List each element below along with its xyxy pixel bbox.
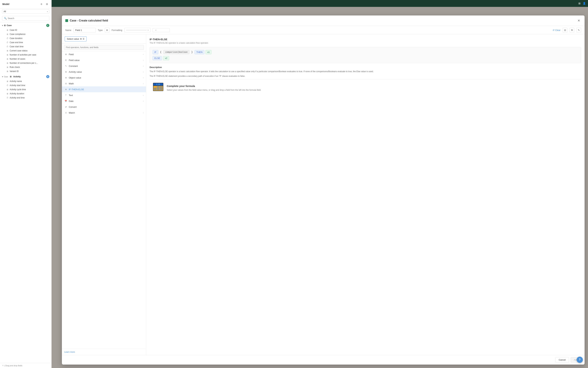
settings-icon[interactable]: ⚙ [45,2,49,6]
preview-subtitle: The IF-THEN-ELSE operator is a basic cal… [150,42,581,44]
operator-object-value[interactable]: ⊞ Object value › [62,75,146,81]
model-panel: Model ✛ ⚙ All ▾ 🔍 ▾ ⊞ [0,0,52,368]
type-label: Type [98,29,103,31]
clock-icon: ⏱ [6,45,9,48]
description-section: Description The IF-THEN-ELSE operator is… [150,66,581,78]
description-text-1: The IF-THEN-ELSE operator is a basic cal… [150,70,581,73]
calculator-icon: 0:00 [153,83,163,93]
type-icon-button[interactable]: ⊞ [105,28,110,32]
text-icon: T [64,94,67,97]
operator-text[interactable]: T Text › [62,92,146,98]
operator-panel: Select value ⊞ ☰ ⊞ Field [62,34,146,355]
formula-input-area: Select value ⊞ ☰ [62,34,146,44]
search-input[interactable] [8,17,47,19]
field-name-input[interactable] [73,28,96,32]
monitor-icon[interactable]: ⊞ [578,2,581,5]
operator-field[interactable]: ⊞ Field › [62,51,146,57]
tree-item-case-start-time[interactable]: ⏱ Case start time [0,45,51,49]
formatting-select-2[interactable]: ▾ [152,28,170,32]
tree-item-num-activities[interactable]: ⊞ Number of activities per case [0,53,51,57]
field-icon: ⊞ [80,38,82,40]
modal-header: Case - Create calculated field ✕ [62,16,585,26]
expand-icon-btn[interactable]: ⧉ [569,28,574,32]
field-icon: ⊞ [6,92,9,95]
tree-item-activity-end-time[interactable]: ⏱ Activity end time [0,96,51,100]
user-icon[interactable]: 👤 [582,2,586,5]
case-group-label: Case [7,24,45,27]
tree-item-activity-start-time[interactable]: ⏱ Activity start time [0,83,51,87]
token-open-paren: ( [159,50,162,54]
operator-if-then-else[interactable]: ⊕ IF-THEN-ELSE [62,86,146,92]
preview-panel: IF-THEN-ELSE The IF-THEN-ELSE operator i… [146,34,585,355]
formula-view-toggle[interactable]: ⊟ [563,28,567,32]
tree-item-case-duration[interactable]: ⏱ Case duration [0,36,51,40]
model-tree: ▾ ⊞ Case C ⊞ Case ID ⊞ Case compliance ⏱… [0,22,51,363]
operator-field-value[interactable]: ☰ Field value › [62,57,146,63]
cancel-button[interactable]: Cancel [555,357,569,362]
description-title: Description [150,66,581,69]
preview-title: IF-THEN-ELSE [150,38,581,41]
tree-item-num-cases[interactable]: ⊞ Number of cases [0,57,51,61]
add-icon[interactable]: ✛ [39,2,44,6]
activity-group: ▾ Case ⊞ Activity A ⊞ Activity name ⏱ Ac… [0,74,51,100]
date-icon: 📅 [64,100,67,102]
tree-item-activity-name[interactable]: ⊞ Activity name [0,79,51,83]
field-icon: ⊞ [6,88,9,91]
arrow-icon: › [143,83,143,84]
complete-formula-description: Select your values from the field-value … [167,89,261,92]
clock-icon: ⏱ [6,84,9,87]
main-content: Case - Create calculated field ✕ Name Ty… [7,7,588,368]
tree-item-case-id[interactable]: ⊞ Case ID [0,28,51,32]
description-text-2: The IF-THEN-ELSE statement provides a se… [150,74,581,78]
learn-more-link[interactable]: Learn more [64,351,75,353]
filter-select[interactable]: All ▾ [2,9,49,14]
tree-item-num-connections[interactable]: ⊞ Number of connections per c... [0,61,51,65]
branch-icon: ⊕ [64,88,67,91]
operator-match[interactable]: ⊙ Match › [62,110,146,116]
activity-group-header[interactable]: ▾ Case ⊞ Activity A [0,74,51,79]
tree-item-case-compliance[interactable]: ⊞ Case compliance [0,32,51,36]
tree-item-rule-check[interactable]: ⊞ Rule check [0,65,51,69]
activity-group-label: Activity [13,75,45,78]
arrow-icon: › [143,77,143,79]
clock-icon: ⏱ [6,41,9,44]
search-operators [62,44,146,51]
expand-icon: ▾ [2,76,3,78]
operator-constant[interactable]: ✎ Constant › [62,63,146,69]
clock-icon: ⏱ [6,97,9,99]
formatting-select[interactable]: ────────────── ▾ [124,28,151,32]
operator-convert[interactable]: ⇄ Convert [62,104,146,110]
tree-item-current-case-status[interactable]: ⊞ Current case status [0,49,51,53]
field-icon: ⊞ [6,54,9,56]
grid-icon: ⊞ [64,53,67,56]
operator-activity-value[interactable]: ⊞ Activity value › [62,69,146,75]
formula-tokens-else: ELSE v2 [152,56,578,60]
tree-item-variant-id[interactable]: ⊞ Variant ID [0,69,51,73]
modal-dialog: Case - Create calculated field ✕ Name Ty… [62,16,585,365]
list-icon: ☰ [83,38,85,40]
field-icon: ⊞ [6,58,9,60]
token-comparison: comparison|boolean [163,50,190,54]
arrow-icon: › [143,100,143,102]
modal-close-button[interactable]: ✕ [576,18,581,23]
arrow-icon: › [143,71,143,73]
filter-row: All ▾ [0,9,51,15]
tree-item-activity-cycle-time[interactable]: ⊞ Activity cycle time [0,87,51,92]
tree-item-activity-duration[interactable]: ⊞ Activity duration [0,92,51,96]
operator-math[interactable]: ⊟ Math › [62,81,146,86]
help-button[interactable]: ? [577,357,583,363]
tree-item-case-end-time[interactable]: ⏱ Case end time [0,40,51,45]
operator-search-input[interactable] [64,45,144,50]
operator-date[interactable]: 📅 Date › [62,98,146,104]
clear-button[interactable]: ↺ Clear [553,29,560,31]
token-else: ELSE [152,56,162,60]
calc-display: 0:00 [153,83,163,86]
complete-formula-title: Complete your formula [167,84,261,87]
field-icon: ⊞ [6,70,9,73]
select-value-button[interactable]: Select value ⊞ ☰ [65,37,87,41]
token-v1: v1 [205,50,212,54]
pencil-icon: ✎ [64,64,67,67]
clock-icon: ⏱ [6,37,9,39]
edit-icon-btn[interactable]: ✎ [576,28,581,32]
case-group-header[interactable]: ▾ ⊞ Case C [0,23,51,28]
